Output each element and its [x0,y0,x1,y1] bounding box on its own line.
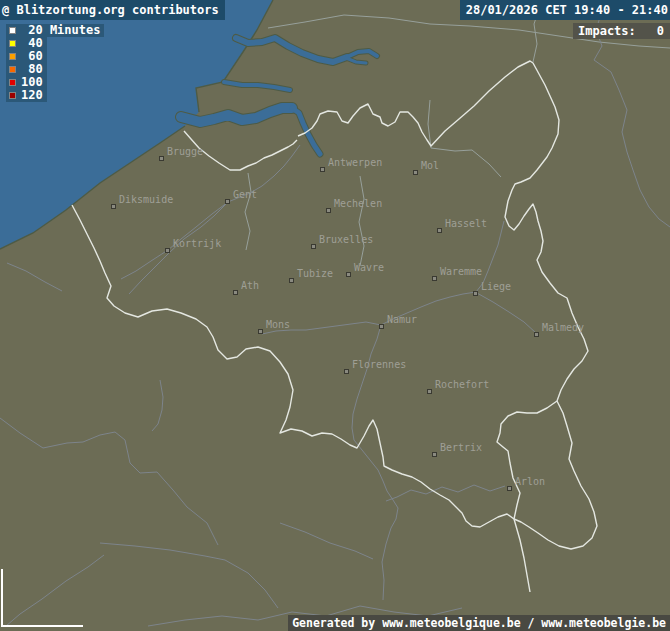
city-marker-namur [379,324,384,329]
city-label-florennes: Florennes [352,359,406,370]
city-marker-diksmuide [111,204,116,209]
impacts-value: 0 [657,23,664,39]
city-marker-bertrix [432,452,437,457]
city-label-liege: Liege [481,281,511,292]
legend-value: 120 [21,89,43,102]
city-marker-waremme [432,276,437,281]
legend-swatch-icon [9,53,16,60]
legend-item-120: 120 [6,89,47,102]
legend-swatch-icon [9,79,16,86]
legend-swatch-icon [9,92,16,99]
city-label-gent: Gent [233,189,257,200]
city-label-mechelen: Mechelen [334,198,382,209]
city-label-hasselt: Hasselt [445,218,487,229]
city-marker-tubize [289,278,294,283]
city-label-antwerpen: Antwerpen [328,157,382,168]
city-marker-gent [225,199,230,204]
city-label-ath: Ath [241,280,259,291]
city-label-bertrix: Bertrix [440,442,482,453]
city-label-malmedy: Malmedy [542,322,584,333]
city-marker-kortrijk [165,248,170,253]
city-marker-malmedy [534,332,539,337]
city-marker-wavre [346,272,351,277]
city-label-mol: Mol [421,160,439,171]
city-label-arlon: Arlon [515,476,545,487]
city-marker-hasselt [437,228,442,233]
city-marker-mechelen [326,208,331,213]
city-marker-rochefort [427,389,432,394]
city-marker-antwerpen [320,167,325,172]
city-label-wavre: Wavre [354,262,384,273]
city-label-brugge: Brugge [167,146,203,157]
city-label-waremme: Waremme [440,266,482,277]
city-label-kortrijk: Kortrijk [173,238,221,249]
legend-item-20: 20 Minutes [6,24,104,37]
city-marker-liege [473,291,478,296]
city-label-bruxelles: Bruxelles [319,234,373,245]
legend: 20 Minutes406080100120 [6,24,104,102]
impacts-label: Impacts: [578,23,636,39]
legend-swatch-icon [9,40,16,47]
lightning-map-app: BruggeAntwerpenMolDiksmuideGentMechelenH… [0,0,670,631]
city-label-tubize: Tubize [297,268,333,279]
city-marker-ath [233,290,238,295]
city-marker-mol [413,170,418,175]
city-marker-mons [258,329,263,334]
legend-swatch-icon [9,66,16,73]
city-label-diksmuide: Diksmuide [119,194,173,205]
city-label-rochefort: Rochefort [435,379,489,390]
city-label-mons: Mons [266,319,290,330]
city-marker-bruxelles [311,244,316,249]
legend-swatch-icon [9,27,16,34]
city-label-namur: Namur [387,314,417,325]
legend-unit-label: Minutes [43,24,101,37]
attribution-banner: @ Blitzortung.org contributors [0,0,225,20]
city-marker-florennes [344,369,349,374]
impacts-counter: Impacts: 0 [573,23,670,39]
credit-banner: Generated by www.meteobelgique.be / www.… [288,615,670,631]
city-marker-arlon [507,486,512,491]
datetime-banner: 28/01/2026 CET 19:40 - 21:40 [460,0,670,20]
city-marker-brugge [159,156,164,161]
